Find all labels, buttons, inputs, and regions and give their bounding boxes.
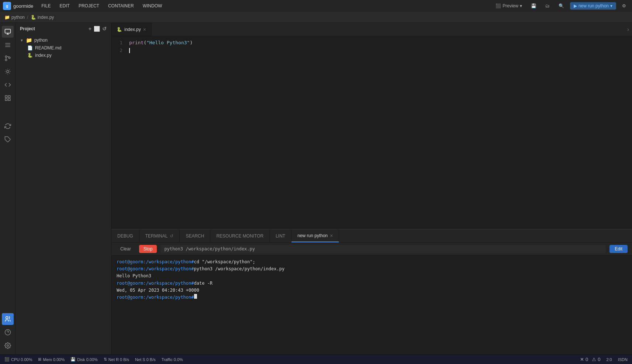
status-encoding: ISDN bbox=[618, 357, 628, 362]
term-cmd-1: cd "/workspace/python"; bbox=[194, 259, 255, 266]
term-line-6: root@goorm:/workspace/python# bbox=[117, 294, 627, 301]
tab-lint-label: LINT bbox=[276, 233, 285, 239]
menu-project[interactable]: PROJECT bbox=[75, 2, 103, 10]
sidebar-icon-flow[interactable] bbox=[2, 120, 14, 132]
save-button[interactable]: 💾 bbox=[528, 2, 539, 10]
term-prompt-1: root@goorm:/workspace/python# bbox=[117, 259, 194, 266]
tab-run[interactable]: new run python × bbox=[291, 229, 339, 242]
more-button[interactable]: ⚙ bbox=[619, 2, 629, 10]
sidebar-icon-help[interactable] bbox=[2, 326, 14, 338]
tab-close-button[interactable]: × bbox=[143, 27, 146, 32]
sidebar-icon-board[interactable] bbox=[2, 92, 14, 104]
sidebar-icon-debug[interactable] bbox=[2, 66, 14, 77]
tab-scroll-right[interactable]: › bbox=[624, 26, 632, 33]
status-bar: ⬛ CPU 0.00% ⊞ Mem 0.00% 💾 Disk 0.00% ⇅ N… bbox=[0, 354, 632, 364]
sidebar-icon-explorer[interactable] bbox=[2, 39, 14, 51]
menu-file[interactable]: FILE bbox=[38, 2, 54, 10]
preview-icon: ⬛ bbox=[495, 3, 501, 8]
sidebar-icon-code[interactable] bbox=[2, 79, 14, 91]
net-r-label: Net R 0 B/s bbox=[108, 357, 129, 362]
svg-point-4 bbox=[5, 56, 7, 58]
preview-dropdown-icon: ▾ bbox=[520, 3, 522, 8]
line-num-1: 1 bbox=[111, 39, 122, 47]
code-editor[interactable]: print("Hello Python3") bbox=[126, 36, 632, 229]
status-right: ✕ 0 ⚠ 0 2:0 ISDN bbox=[580, 357, 628, 362]
svg-point-13 bbox=[6, 316, 8, 319]
encoding-label: ISDN bbox=[618, 357, 628, 362]
svg-point-5 bbox=[5, 59, 7, 61]
tab-terminal-label: TERMINAL bbox=[145, 233, 168, 239]
new-file-button[interactable]: + bbox=[89, 26, 91, 32]
bottom-tabs: DEBUG TERMINAL ↺ SEARCH RESOURCE MONITOR… bbox=[111, 229, 632, 243]
run-tab-close-button[interactable]: × bbox=[330, 233, 333, 239]
editor-tabs: 🐍 index.py × › bbox=[111, 23, 632, 36]
menu-edit[interactable]: EDIT bbox=[56, 2, 73, 10]
menu-window[interactable]: WINDOW bbox=[139, 2, 166, 10]
clear-button[interactable]: Clear bbox=[116, 245, 135, 253]
status-mem: ⊞ Mem 0.00% bbox=[38, 357, 65, 362]
mem-label: Mem 0.00% bbox=[43, 357, 65, 362]
terminal-refresh-icon[interactable]: ↺ bbox=[170, 233, 173, 239]
tab-py-icon: 🐍 bbox=[117, 27, 122, 32]
svg-rect-10 bbox=[5, 99, 7, 101]
tab-lint[interactable]: LINT bbox=[270, 229, 291, 242]
tab-debug[interactable]: DEBUG bbox=[111, 229, 139, 242]
breadcrumb-file-label: index.py bbox=[38, 15, 54, 20]
breadcrumb-separator: / bbox=[27, 14, 28, 20]
code-line-1: print("Hello Python3") bbox=[126, 39, 632, 47]
refresh-button[interactable]: ↺ bbox=[102, 26, 107, 32]
new-folder-button[interactable]: ⬜ bbox=[94, 26, 100, 32]
net-r-icon: ⇅ bbox=[104, 357, 107, 362]
tab-run-label: new run python bbox=[297, 233, 328, 238]
traffic-label: Traffic 0.0% bbox=[162, 357, 183, 362]
status-net-r: ⇅ Net R 0 B/s bbox=[104, 357, 129, 362]
sidebar-icon-extension[interactable] bbox=[2, 134, 14, 145]
stop-button[interactable]: Stop bbox=[139, 245, 157, 253]
sidebar-icon-settings[interactable] bbox=[2, 340, 14, 351]
tab-terminal[interactable]: TERMINAL ↺ bbox=[139, 229, 180, 242]
menu-container[interactable]: CONTAINER bbox=[104, 2, 138, 10]
sidebar-icon-git[interactable] bbox=[2, 52, 14, 64]
svg-rect-8 bbox=[5, 96, 7, 97]
term-prompt-4: root@goorm:/workspace/python# bbox=[117, 294, 194, 301]
code-line-2 bbox=[126, 47, 632, 55]
breadcrumb-python-label: python bbox=[11, 15, 25, 20]
app-logo: g goormide bbox=[3, 2, 33, 10]
term-output-1: Hello Python3 bbox=[117, 273, 151, 280]
breadcrumb-file[interactable]: 🐍 index.py bbox=[31, 15, 54, 20]
status-cpu: ⬛ CPU 0.00% bbox=[4, 357, 32, 362]
readme-icon: 📄 bbox=[27, 45, 33, 51]
tab-search[interactable]: SEARCH bbox=[180, 229, 210, 242]
edit-button[interactable]: Edit bbox=[609, 245, 628, 253]
tree-file-readme[interactable]: 📄 README.md bbox=[15, 44, 111, 52]
run-dropdown-icon: ▾ bbox=[610, 3, 612, 8]
tree-file-index[interactable]: 🐍 index.py bbox=[15, 52, 111, 59]
file-panel-actions: + ⬜ ↺ bbox=[89, 26, 107, 32]
term-prompt-2: root@goorm:/workspace/python# bbox=[117, 266, 194, 273]
svg-rect-9 bbox=[8, 96, 10, 97]
editor-area: 🐍 index.py × › 1 2 print("Hello Python3"… bbox=[111, 23, 632, 354]
file-panel-header: Project + ⬜ ↺ bbox=[15, 23, 111, 35]
search-button[interactable]: 🔍 bbox=[556, 2, 567, 10]
main-layout: Project + ⬜ ↺ ▼ 📁 python 📄 README.md 🐍 i… bbox=[0, 23, 632, 354]
tree-folder-python[interactable]: ▼ 📁 python bbox=[15, 36, 111, 44]
save-all-button[interactable]: 🗂 bbox=[542, 2, 553, 10]
term-line-1: root@goorm:/workspace/python# cd "/works… bbox=[117, 259, 627, 266]
folder-chevron-icon: ▼ bbox=[20, 38, 24, 42]
sidebar-icon-project[interactable] bbox=[2, 26, 14, 38]
status-net-s: Net S 0 B/s bbox=[135, 357, 156, 362]
breadcrumb-python[interactable]: 📁 python bbox=[4, 15, 25, 20]
left-sidebar bbox=[0, 23, 15, 354]
tab-resource-monitor[interactable]: RESOURCE MONITOR bbox=[210, 229, 270, 242]
preview-button[interactable]: ⬛ Preview ▾ bbox=[493, 2, 525, 10]
file-tree: ▼ 📁 python 📄 README.md 🐍 index.py bbox=[15, 35, 111, 354]
editor-content[interactable]: 1 2 print("Hello Python3") bbox=[111, 36, 632, 229]
bottom-toolbar: Clear Stop python3 /workspace/python/ind… bbox=[111, 243, 632, 256]
terminal-output: root@goorm:/workspace/python# cd "/works… bbox=[111, 256, 632, 354]
tab-search-label: SEARCH bbox=[186, 233, 204, 239]
sidebar-icon-collaboration[interactable] bbox=[2, 313, 14, 325]
cursor-pos: 2:0 bbox=[606, 357, 612, 362]
warning-count: 0 bbox=[598, 357, 600, 362]
run-button[interactable]: ▶ new run python ▾ bbox=[570, 2, 616, 10]
editor-tab-index[interactable]: 🐍 index.py × bbox=[111, 23, 152, 36]
